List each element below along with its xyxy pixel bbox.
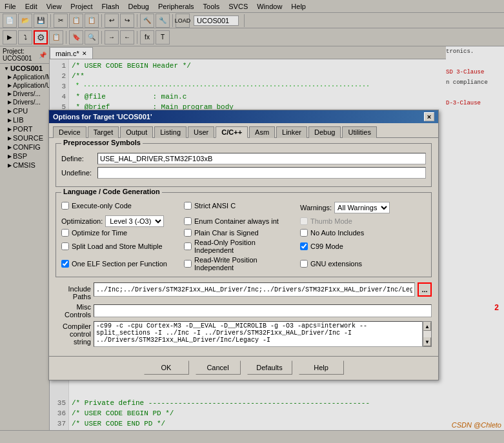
warnings-select[interactable]: All Warnings No Warnings Unspecified	[334, 202, 390, 213]
optimization-select[interactable]: Level 3 (-O3) Level 0 (-O0) Level 1 (-O1…	[105, 215, 164, 227]
scroll-track	[423, 331, 431, 337]
dialog-close-button[interactable]: ×	[424, 112, 434, 121]
misc-controls-section: Misc Controls	[55, 303, 432, 319]
define-label: Define:	[61, 155, 94, 162]
c99-mode-label: C99 Mode	[310, 242, 343, 250]
tab-user[interactable]: User	[188, 126, 214, 138]
opt-time-label: Optimize for Time	[72, 229, 127, 237]
execute-only-row: Execute-only Code	[61, 202, 177, 210]
dialog-overlay: Options for Target 'UCOS001' × Device Ta…	[0, 0, 504, 443]
cancel-button[interactable]: Cancel	[196, 360, 241, 375]
tab-listing[interactable]: Listing	[154, 126, 186, 138]
one-elf-row: One ELF Section per Function	[61, 260, 177, 268]
one-elf-label: One ELF Section per Function	[72, 260, 167, 268]
opt-time-cb[interactable]	[61, 229, 69, 237]
plain-char-cb[interactable]	[184, 229, 192, 237]
include-paths-input[interactable]	[94, 282, 415, 297]
thumb-mode-cb[interactable]	[300, 217, 308, 225]
compiler-control-label: Compiler control string	[55, 321, 91, 346]
undefine-label: Undefine:	[61, 169, 94, 177]
scroll-down-btn[interactable]: ▼	[423, 337, 431, 346]
tab-linker[interactable]: Linker	[276, 126, 307, 138]
opt-time-row: Optimize for Time	[61, 229, 177, 237]
thumb-mode-row: Thumb Mode	[300, 217, 426, 225]
tab-cpp[interactable]: C/C++	[216, 126, 248, 138]
include-paths-section: Include Paths ...	[55, 282, 432, 300]
ro-position-label: Read-Only Position Independent	[194, 239, 294, 254]
warnings-label: Warnings:	[300, 204, 332, 212]
one-elf-cb[interactable]	[61, 260, 69, 268]
tab-output[interactable]: Output	[120, 126, 153, 138]
undefine-input[interactable]	[97, 167, 426, 179]
compiler-control-textarea[interactable]: -c99 -c -cpu Cortex-M3 -D__EVAL -D__MICR…	[94, 321, 423, 347]
tab-device[interactable]: Device	[53, 126, 86, 138]
help-button[interactable]: Help	[299, 360, 344, 375]
preprocessor-group: Preprocessor Symbols Define: Undefine:	[55, 143, 432, 187]
rw-position-label: Read-Write Position Independent	[194, 256, 294, 271]
dialog-body: Preprocessor Symbols Define: Undefine: L…	[49, 138, 438, 356]
ro-position-cb[interactable]	[184, 242, 192, 250]
gnu-ext-cb[interactable]	[300, 260, 308, 268]
dialog-titlebar: Options for Target 'UCOS001' ×	[49, 110, 438, 123]
c99-mode-cb[interactable]	[300, 242, 308, 250]
define-input[interactable]	[97, 153, 426, 164]
dialog-tabs: Device Target Output Listing User C/C++ …	[49, 123, 438, 138]
include-paths-label: Include Paths	[55, 282, 91, 300]
execute-only-label: Execute-only Code	[72, 202, 132, 210]
compiler-textarea-wrapper: -c99 -c -cpu Cortex-M3 -D__EVAL -D__MICR…	[94, 321, 432, 347]
defaults-button[interactable]: Defaults	[247, 360, 292, 375]
options-dialog: Options for Target 'UCOS001' × Device Ta…	[48, 110, 439, 380]
split-load-cb[interactable]	[61, 242, 69, 250]
c99-mode-row: C99 Mode	[300, 242, 426, 250]
rw-position-cb[interactable]	[184, 260, 192, 268]
misc-controls-label: Misc Controls	[55, 303, 91, 319]
undefine-row: Undefine:	[61, 167, 426, 179]
enum-container-cb[interactable]	[184, 217, 192, 225]
plain-char-row: Plain Char is Signed	[184, 229, 294, 237]
gnu-ext-label: GNU extensions	[310, 260, 362, 268]
strict-ansi-cb[interactable]	[184, 202, 192, 210]
ro-position-row: Read-Only Position Independent	[184, 239, 294, 254]
tab-asm[interactable]: Asm	[249, 126, 275, 138]
thumb-mode-label: Thumb Mode	[310, 217, 352, 225]
optimization-label: Optimization:	[61, 217, 103, 225]
enum-container-row: Enum Container always int	[184, 217, 294, 225]
split-load-label: Split Load and Store Multiple	[72, 242, 163, 250]
misc-controls-input[interactable]	[94, 304, 432, 317]
split-load-row: Split Load and Store Multiple	[61, 242, 177, 250]
dialog-buttons: OK Cancel Defaults Help	[49, 356, 438, 380]
rw-position-row: Read-Write Position Independent	[184, 256, 294, 271]
strict-ansi-row: Strict ANSI C	[184, 202, 294, 210]
gnu-ext-row: GNU extensions	[300, 260, 426, 268]
compiler-scrollbar: ▲ ▼	[423, 321, 432, 347]
execute-only-cb[interactable]	[61, 202, 69, 210]
language-title: Language / Code Generation	[61, 188, 162, 195]
tab-debug[interactable]: Debug	[308, 126, 341, 138]
dialog-title: Options for Target 'UCOS001'	[53, 113, 152, 121]
no-auto-includes-row: No Auto Includes	[300, 229, 426, 237]
language-group: Language / Code Generation Execute-only …	[55, 192, 432, 277]
define-row: Define:	[61, 153, 426, 164]
no-auto-includes-cb[interactable]	[300, 229, 308, 237]
tab-target[interactable]: Target	[88, 126, 119, 138]
tab-utilities[interactable]: Utilities	[342, 126, 376, 138]
no-auto-includes-label: No Auto Includes	[310, 229, 364, 237]
strict-ansi-label: Strict ANSI C	[194, 202, 236, 210]
compiler-control-section: Compiler control string -c99 -c -cpu Cor…	[55, 321, 432, 347]
scroll-up-btn[interactable]: ▲	[423, 322, 431, 331]
ok-button[interactable]: OK	[144, 360, 189, 375]
enum-container-label: Enum Container always int	[194, 217, 279, 225]
plain-char-label: Plain Char is Signed	[194, 229, 259, 237]
preprocessor-title: Preprocessor Symbols	[61, 139, 143, 146]
include-paths-browse-btn[interactable]: ...	[418, 282, 432, 297]
